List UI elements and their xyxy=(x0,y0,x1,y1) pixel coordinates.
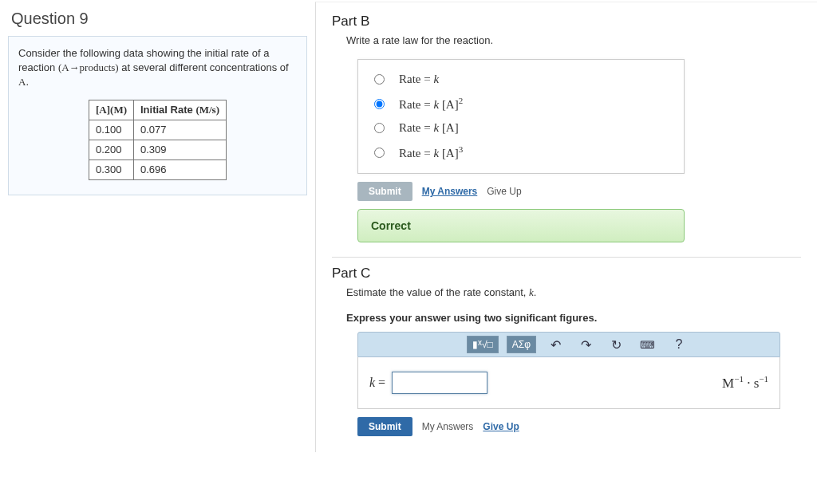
data-table: [A](M) Initial Rate (M/s) 0.1000.077 0.2… xyxy=(89,100,227,181)
choice-option[interactable]: Rate = k [A]3 xyxy=(365,140,677,165)
give-up-link[interactable]: Give Up xyxy=(483,421,519,432)
my-answers-link[interactable]: My Answers xyxy=(422,421,474,432)
choice-label: Rate = k xyxy=(399,73,439,86)
give-up-link[interactable]: Give Up xyxy=(487,186,521,197)
question-stem: Consider the following data showing the … xyxy=(8,36,307,195)
choice-option[interactable]: Rate = k [A]2 xyxy=(365,91,677,116)
feedback-correct: Correct xyxy=(357,209,685,242)
part-b-actions: Submit My Answers Give Up xyxy=(357,182,801,201)
choice-panel: Rate = k Rate = k [A]2 Rate = k [A] Rate… xyxy=(357,59,685,174)
radio-option-2[interactable] xyxy=(374,99,385,109)
part-b-prompt: Write a rate law for the reaction. xyxy=(346,34,801,46)
radio-option-1[interactable] xyxy=(374,74,385,85)
part-c-actions: Submit My Answers Give Up xyxy=(357,417,801,436)
col-header-rate: Initial Rate (M/s) xyxy=(134,100,227,120)
radio-option-3[interactable] xyxy=(374,123,385,133)
question-title: Question 9 xyxy=(11,10,307,28)
table-row: 0.3000.696 xyxy=(89,160,227,180)
choice-option[interactable]: Rate = k [A] xyxy=(365,116,677,140)
col-header-concentration: [A](M) xyxy=(89,100,134,120)
equation-toolbar: ▮x√□ ΑΣφ ↶ ↷ ↻ ⌨ ? xyxy=(357,332,780,357)
rate-constant-input[interactable] xyxy=(392,372,487,394)
choice-label: Rate = k [A]3 xyxy=(399,144,463,160)
variable-label: k = xyxy=(369,376,385,390)
greek-tool-icon[interactable]: ΑΣφ xyxy=(507,336,536,353)
my-answers-link[interactable]: My Answers xyxy=(422,186,478,197)
undo-icon[interactable]: ↶ xyxy=(544,336,566,353)
part-b-title: Part B xyxy=(332,14,801,30)
choice-label: Rate = k [A] xyxy=(399,121,459,135)
part-c-prompt: Estimate the value of the rate constant,… xyxy=(346,286,801,299)
keyboard-icon[interactable]: ⌨ xyxy=(635,336,660,353)
table-row: 0.2000.309 xyxy=(89,140,227,159)
redo-icon[interactable]: ↷ xyxy=(574,336,597,353)
part-c-instruction: Express your answer using two significan… xyxy=(346,312,801,324)
submit-button[interactable]: Submit xyxy=(357,182,412,201)
submit-button[interactable]: Submit xyxy=(357,417,412,436)
choice-option[interactable]: Rate = k xyxy=(365,68,677,91)
part-c-title: Part C xyxy=(332,266,801,282)
template-tool-icon[interactable]: ▮x√□ xyxy=(467,336,499,353)
reset-icon[interactable]: ↻ xyxy=(605,336,627,353)
answer-box: ▮x√□ ΑΣφ ↶ ↷ ↻ ⌨ ? k = M−1 · s−1 xyxy=(357,332,780,409)
help-icon[interactable]: ? xyxy=(668,336,690,353)
table-row: 0.1000.077 xyxy=(89,120,227,140)
units-label: M−1 · s−1 xyxy=(722,374,768,392)
stem-text: Consider the following data showing the … xyxy=(18,46,297,90)
divider xyxy=(332,257,801,258)
table-header-row: [A](M) Initial Rate (M/s) xyxy=(89,100,227,120)
radio-option-4[interactable] xyxy=(374,148,385,158)
choice-label: Rate = k [A]2 xyxy=(399,96,463,112)
